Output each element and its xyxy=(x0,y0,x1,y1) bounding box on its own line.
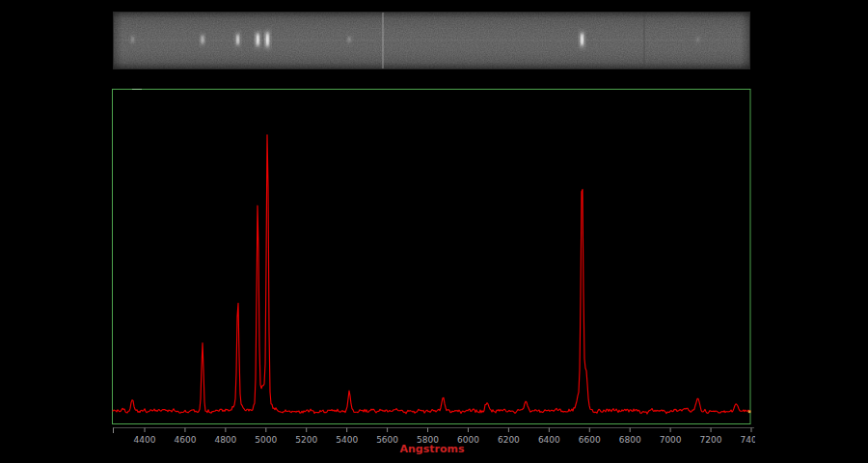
axis-tick-label: 6200 xyxy=(498,435,520,445)
axis-tick-label: 7400 xyxy=(741,435,763,445)
column-artifact xyxy=(382,13,383,68)
axis-tick-label: 6400 xyxy=(538,435,560,445)
axis-tick-label: 5000 xyxy=(255,435,277,445)
raw-spectrum-strip[interactable] xyxy=(113,12,750,69)
emission-dash-core xyxy=(696,37,698,41)
emission-dash-core xyxy=(348,37,350,42)
x-axis: 4400460048005000520054005600580060006200… xyxy=(113,428,763,456)
axis-tick-label: 4600 xyxy=(174,435,196,445)
axis-tick-label: 5400 xyxy=(336,435,358,445)
emission-dash-core xyxy=(266,34,268,45)
trace-endpoint-artifact xyxy=(748,411,751,414)
spectrum-trace xyxy=(113,135,750,414)
emission-dash-core xyxy=(257,35,258,45)
axis-tick-label: 5200 xyxy=(295,435,317,445)
emission-dash-core xyxy=(131,37,133,42)
application-window: 4400460048005000520054005600580060006200… xyxy=(0,0,868,463)
emission-dash-core xyxy=(237,35,239,43)
axis-tick-label: 6800 xyxy=(619,435,641,445)
axis-tick-label: 5600 xyxy=(376,435,398,445)
emission-dash-core xyxy=(202,36,203,43)
axis-tick-label: 7200 xyxy=(700,435,722,445)
plot-frame xyxy=(113,90,751,424)
spectroscopy-canvas: 4400460048005000520054005600580060006200… xyxy=(0,0,868,463)
axis-tick-label: 4400 xyxy=(134,435,156,445)
spectrum-plot[interactable] xyxy=(113,90,751,424)
emission-dash-core xyxy=(582,35,583,45)
axis-title: Angstroms xyxy=(399,443,464,455)
axis-tick-label: 6600 xyxy=(579,435,601,445)
axis-tick-label: 7000 xyxy=(660,435,682,445)
axis-tick-label: 4800 xyxy=(214,435,236,445)
continuum-trace xyxy=(114,40,749,41)
